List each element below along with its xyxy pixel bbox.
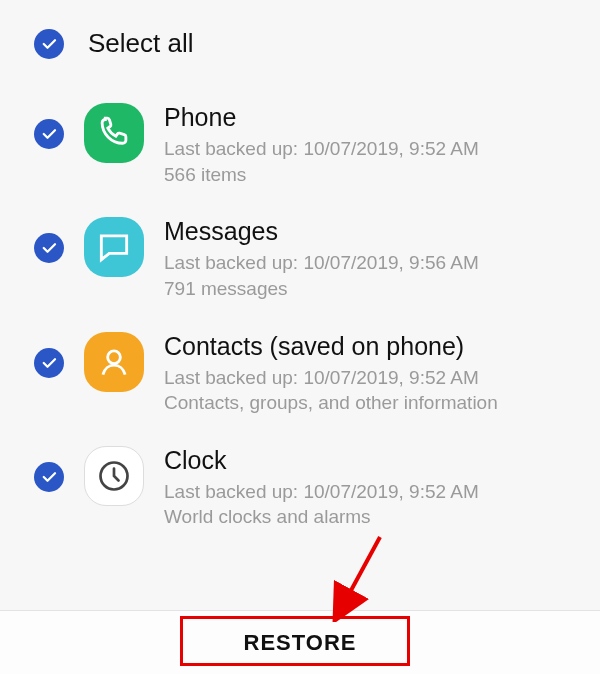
- item-text: Phone Last backed up: 10/07/2019, 9:52 A…: [164, 101, 572, 187]
- item-detail: 791 messages: [164, 276, 572, 302]
- svg-point-0: [108, 350, 121, 363]
- select-all-label: Select all: [88, 28, 194, 59]
- svg-line-2: [342, 537, 380, 607]
- phone-icon: [84, 103, 144, 163]
- list-item[interactable]: Contacts (saved on phone) Last backed up…: [0, 316, 600, 430]
- item-backup: Last backed up: 10/07/2019, 9:52 AM: [164, 136, 572, 162]
- item-text: Contacts (saved on phone) Last backed up…: [164, 330, 572, 416]
- item-backup: Last backed up: 10/07/2019, 9:56 AM: [164, 250, 572, 276]
- item-text: Clock Last backed up: 10/07/2019, 9:52 A…: [164, 444, 572, 530]
- clock-icon: [84, 446, 144, 506]
- item-checkbox[interactable]: [34, 233, 64, 263]
- item-detail: World clocks and alarms: [164, 504, 572, 530]
- list-item[interactable]: Phone Last backed up: 10/07/2019, 9:52 A…: [0, 87, 600, 201]
- item-detail: 566 items: [164, 162, 572, 188]
- item-title: Clock: [164, 446, 572, 475]
- restore-button[interactable]: RESTORE: [184, 618, 417, 668]
- item-backup: Last backed up: 10/07/2019, 9:52 AM: [164, 365, 572, 391]
- check-icon: [40, 35, 58, 53]
- item-checkbox[interactable]: [34, 462, 64, 492]
- contacts-icon: [84, 332, 144, 392]
- item-title: Phone: [164, 103, 572, 132]
- list-item[interactable]: Clock Last backed up: 10/07/2019, 9:52 A…: [0, 430, 600, 544]
- item-detail: Contacts, groups, and other information: [164, 390, 572, 416]
- select-all-row[interactable]: Select all: [0, 18, 600, 87]
- check-icon: [40, 468, 58, 486]
- item-title: Messages: [164, 217, 572, 246]
- item-backup: Last backed up: 10/07/2019, 9:52 AM: [164, 479, 572, 505]
- item-text: Messages Last backed up: 10/07/2019, 9:5…: [164, 215, 572, 301]
- item-checkbox[interactable]: [34, 119, 64, 149]
- item-checkbox[interactable]: [34, 348, 64, 378]
- item-title: Contacts (saved on phone): [164, 332, 572, 361]
- check-icon: [40, 239, 58, 257]
- check-icon: [40, 354, 58, 372]
- list-item[interactable]: Messages Last backed up: 10/07/2019, 9:5…: [0, 201, 600, 315]
- check-icon: [40, 125, 58, 143]
- select-all-checkbox[interactable]: [34, 29, 64, 59]
- restore-screen: Select all Phone Last backed up: 10/07/2…: [0, 0, 600, 674]
- footer-bar: RESTORE: [0, 610, 600, 674]
- messages-icon: [84, 217, 144, 277]
